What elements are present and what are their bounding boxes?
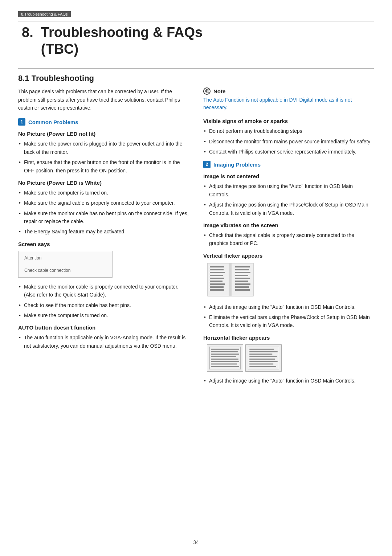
note-text: The Auto Function is not applicable in D… bbox=[203, 96, 374, 111]
svg-rect-18 bbox=[235, 289, 250, 291]
horiz-flicker-right-svg bbox=[248, 347, 279, 369]
list-item: Adjust the image position using the "Aut… bbox=[203, 182, 374, 199]
imaging-problems-text: Imaging Problems bbox=[213, 162, 261, 168]
no-picture-led-off-heading: No Picture (Power LED not lit) bbox=[18, 131, 189, 137]
common-problems-text: Common Problems bbox=[28, 119, 78, 125]
two-col-layout: This page deals with problems that can b… bbox=[18, 87, 374, 390]
note-box: Ⓒ Note The Auto Function is not applicab… bbox=[203, 87, 374, 111]
svg-rect-36 bbox=[249, 363, 273, 364]
screen-says-box-title: Attention bbox=[24, 255, 106, 261]
svg-rect-15 bbox=[235, 281, 248, 282]
svg-rect-6 bbox=[210, 281, 222, 282]
auto-button-heading: AUTO button doesn't function bbox=[18, 324, 189, 331]
auto-button-list: The auto function is applicable only in … bbox=[18, 334, 189, 350]
list-item: The auto function is applicable only in … bbox=[18, 334, 189, 350]
imaging-problems-label: 2 Imaging Problems bbox=[203, 161, 374, 168]
svg-rect-27 bbox=[211, 363, 237, 364]
list-item: Make sure the power cord is plugged into… bbox=[18, 140, 189, 156]
svg-rect-8 bbox=[210, 286, 224, 288]
note-icon: Ⓒ bbox=[203, 87, 211, 95]
list-item: Check to see if the monitor cable has be… bbox=[18, 301, 189, 309]
horizontal-flicker-heading: Horizontal flicker appears bbox=[203, 335, 374, 341]
list-item: Make sure the monitor cable is properly … bbox=[18, 283, 189, 299]
svg-rect-21 bbox=[211, 349, 239, 350]
horizontal-flicker-image bbox=[207, 344, 374, 372]
svg-rect-26 bbox=[211, 361, 239, 362]
svg-rect-32 bbox=[249, 353, 272, 355]
horiz-flicker-left-svg bbox=[209, 347, 241, 369]
image-vibrates-list: Check that the signal cable is properly … bbox=[203, 231, 374, 248]
list-item: Make sure the signal cable is properly c… bbox=[18, 199, 189, 207]
svg-rect-24 bbox=[211, 356, 236, 357]
note-label: Note bbox=[213, 88, 225, 94]
svg-rect-31 bbox=[249, 351, 278, 352]
svg-rect-3 bbox=[210, 272, 225, 273]
chapter-title: 8. Troubleshooting & FAQs (TBC) bbox=[18, 24, 374, 57]
svg-rect-35 bbox=[249, 361, 278, 362]
list-item: Adjust the image position using the Phas… bbox=[203, 201, 374, 217]
page-number: 34 bbox=[193, 539, 199, 545]
svg-rect-12 bbox=[235, 272, 250, 273]
svg-rect-33 bbox=[249, 356, 277, 357]
vertical-flicker-image bbox=[207, 262, 374, 298]
section-divider bbox=[18, 68, 374, 69]
svg-rect-22 bbox=[211, 351, 238, 352]
flicker-panel-right bbox=[245, 344, 282, 372]
svg-rect-4 bbox=[210, 275, 223, 276]
top-divider bbox=[18, 21, 374, 21]
no-picture-led-off-list: Make sure the power cord is plugged into… bbox=[18, 140, 189, 175]
svg-rect-13 bbox=[235, 275, 248, 276]
svg-rect-25 bbox=[211, 359, 238, 360]
section-heading: 8.1 Troubleshooting bbox=[18, 74, 374, 83]
list-item: Adjust the image using the "Auto" functi… bbox=[203, 377, 374, 385]
svg-rect-23 bbox=[211, 353, 239, 355]
screen-says-list: Make sure the monitor cable is properly … bbox=[18, 283, 189, 320]
list-item: Check that the signal cable is properly … bbox=[203, 231, 374, 248]
flicker-panel-left bbox=[207, 344, 243, 372]
svg-rect-7 bbox=[210, 283, 225, 285]
svg-rect-14 bbox=[235, 278, 250, 279]
vertical-flicker-list: Adjust the image using the "Auto" functi… bbox=[203, 303, 374, 330]
list-item: The Energy Saving feature may be activat… bbox=[18, 228, 189, 236]
left-column: This page deals with problems that can b… bbox=[18, 87, 189, 390]
list-item: First, ensure that the power button on t… bbox=[18, 158, 189, 175]
page: 8.Troubleshooting & FAQs 8. Troubleshoot… bbox=[0, 0, 392, 556]
vertical-flicker-heading: Vertical flicker appears bbox=[203, 253, 374, 259]
common-problems-badge: 1 bbox=[18, 118, 25, 126]
intro-text: This page deals with problems that can b… bbox=[18, 87, 189, 112]
common-problems-label: 1 Common Problems bbox=[18, 118, 189, 126]
svg-rect-9 bbox=[210, 289, 224, 291]
svg-rect-28 bbox=[211, 366, 239, 367]
screen-says-box: Attention Check cable connection bbox=[18, 251, 113, 278]
list-item: Eliminate the vertical bars using the Ph… bbox=[203, 313, 374, 330]
list-item: Adjust the image using the "Auto" functi… bbox=[203, 303, 374, 311]
vertical-flicker-svg bbox=[207, 262, 254, 297]
svg-rect-11 bbox=[235, 269, 249, 270]
no-picture-led-white-list: Make sure the computer is turned on. Mak… bbox=[18, 189, 189, 236]
visible-smoke-list: Do not perform any troubleshooting steps… bbox=[203, 127, 374, 156]
image-not-centered-heading: Image is not centered bbox=[203, 173, 374, 179]
list-item: Make sure the computer is turned on. bbox=[18, 311, 189, 319]
svg-rect-1 bbox=[210, 266, 224, 267]
svg-rect-10 bbox=[235, 266, 250, 267]
svg-rect-30 bbox=[249, 349, 274, 350]
imaging-problems-badge: 2 bbox=[203, 161, 211, 168]
svg-rect-34 bbox=[249, 359, 275, 360]
list-item: Make sure the computer is turned on. bbox=[18, 189, 189, 197]
list-item: Make sure the monitor cable has no bent … bbox=[18, 209, 189, 226]
list-item: Disconnect the monitor from mains power … bbox=[203, 138, 374, 146]
svg-rect-17 bbox=[235, 286, 249, 288]
horizontal-flicker-list: Adjust the image using the "Auto" functi… bbox=[203, 377, 374, 385]
screen-says-box-content: Check cable connection bbox=[24, 268, 106, 273]
visible-smoke-heading: Visible signs of smoke or sparks bbox=[203, 118, 374, 124]
svg-rect-16 bbox=[235, 283, 250, 285]
list-item: Do not perform any troubleshooting steps bbox=[203, 127, 374, 135]
image-not-centered-list: Adjust the image position using the "Aut… bbox=[203, 182, 374, 217]
no-picture-led-white-heading: No Picture (Power LED is White) bbox=[18, 180, 189, 186]
svg-rect-2 bbox=[210, 269, 224, 270]
svg-rect-5 bbox=[210, 278, 224, 279]
breadcrumb: 8.Troubleshooting & FAQs bbox=[18, 11, 71, 17]
note-header: Ⓒ Note bbox=[203, 87, 374, 95]
svg-rect-19 bbox=[229, 263, 232, 296]
list-item: Contact with Philips customer service re… bbox=[203, 148, 374, 156]
